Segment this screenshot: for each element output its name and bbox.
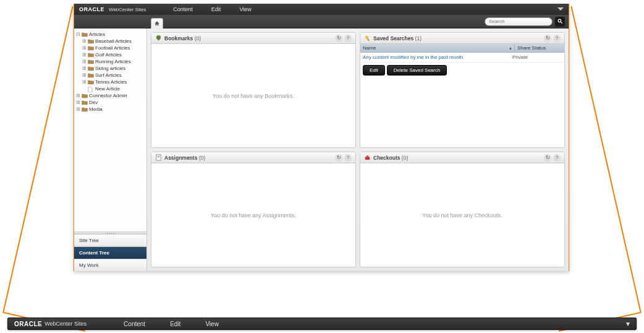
assignments-title: Assignments xyxy=(164,155,197,161)
expand-icon[interactable]: ⊞ xyxy=(82,53,87,58)
tree-item-surf-articles[interactable]: ⊞Surf Articles xyxy=(75,72,145,79)
tree-item-tennis-articles[interactable]: ⊞Tennis Articles xyxy=(75,79,145,85)
menu-edit[interactable]: Edit xyxy=(170,321,180,327)
menu-edit[interactable]: Edit xyxy=(211,6,221,12)
topbar-right-icon[interactable] xyxy=(557,6,564,13)
tree-item-media[interactable]: ⊞Media xyxy=(75,106,145,113)
tree-item-running-articles[interactable]: ⊞Running Articles xyxy=(75,58,145,65)
expand-icon[interactable]: ⊞ xyxy=(75,107,80,112)
content-tree: ⊟Articles⊞Baseball Articles⊞Football Art… xyxy=(74,28,146,231)
refresh-icon[interactable]: ↻ xyxy=(335,35,342,42)
brand-subtitle: WebCenter Sites xyxy=(109,7,146,12)
folder-icon xyxy=(82,107,88,112)
tab-site-tree[interactable]: Site Tree xyxy=(74,234,146,246)
saved-search-link[interactable]: Any content modified by me in the past m… xyxy=(363,54,512,60)
svg-rect-9 xyxy=(365,157,370,160)
help-icon[interactable]: ? xyxy=(553,35,561,42)
checkout-icon xyxy=(364,154,371,161)
bottom-menu-bar: ORACLE WebCenter Sites Content Edit View… xyxy=(7,318,637,330)
menu-view[interactable]: View xyxy=(205,321,219,327)
search-box[interactable]: ▾ xyxy=(485,17,553,26)
expand-icon[interactable]: ⊞ xyxy=(82,59,87,64)
bookmarks-count: (0) xyxy=(195,35,201,41)
delete-saved-search-button[interactable]: Delete Saved Search xyxy=(387,65,447,76)
expand-icon[interactable]: ⊞ xyxy=(82,73,87,78)
tree-item-label: Golf Articles xyxy=(95,52,122,58)
table-row[interactable]: Any content modified by me in the past m… xyxy=(360,53,564,63)
tree-item-new-article[interactable]: •New Article xyxy=(75,85,145,92)
refresh-icon[interactable]: ↻ xyxy=(544,35,551,42)
saved-searches-title: Saved Searches xyxy=(373,35,413,41)
sidebar-resize-grip[interactable] xyxy=(74,231,146,234)
svg-rect-8 xyxy=(158,157,160,158)
folder-icon xyxy=(88,66,94,71)
folder-icon xyxy=(82,93,88,98)
tree-item-football-articles[interactable]: ⊞Football Articles xyxy=(75,45,145,51)
bottombar-dropdown-icon[interactable]: ▾ xyxy=(626,319,630,328)
home-tab[interactable] xyxy=(151,18,163,29)
search-button[interactable] xyxy=(555,17,565,27)
search-input[interactable] xyxy=(489,19,554,24)
document-icon xyxy=(88,87,94,92)
tree-item-baseball-articles[interactable]: ⊞Baseball Articles xyxy=(75,38,145,45)
saved-searches-panel: Saved Searches (1) ↻ ? Name▴ Share Statu… xyxy=(360,32,565,148)
tree-item-label: Football Articles xyxy=(95,45,130,51)
menu-view[interactable]: View xyxy=(239,6,251,12)
tree-item-skiing-articles[interactable]: ⊞Skiing articles xyxy=(75,65,145,72)
tree-item-connector-admin[interactable]: ⊞Connector Admin xyxy=(75,92,145,99)
expand-icon[interactable]: ⊞ xyxy=(82,66,87,71)
tree-item-articles[interactable]: ⊟Articles xyxy=(75,31,145,38)
menu-content[interactable]: Content xyxy=(173,6,193,12)
refresh-icon[interactable]: ↻ xyxy=(544,154,551,162)
checkouts-title: Checkouts xyxy=(373,155,400,161)
bookmarks-empty-message: You do not have any Bookmarks. xyxy=(213,93,294,99)
checkouts-panel: Checkouts (0) ↻ ? You do not have any Ch… xyxy=(360,152,565,267)
assignments-empty-message: You do not have any Assignments. xyxy=(211,212,296,218)
folder-icon xyxy=(82,32,88,37)
folder-icon xyxy=(88,73,94,78)
tree-item-label: Skiing articles xyxy=(95,66,125,71)
svg-rect-3 xyxy=(158,37,159,40)
col-share-status[interactable]: Share Status xyxy=(515,44,564,52)
checkouts-header: Checkouts (0) ↻ ? xyxy=(360,152,564,163)
expand-icon[interactable]: ⊞ xyxy=(82,80,87,85)
expand-icon[interactable]: • xyxy=(82,87,87,92)
expand-icon[interactable]: ⊟ xyxy=(75,32,80,37)
svg-line-1 xyxy=(561,22,562,24)
tree-item-dev[interactable]: ⊞Dev xyxy=(75,99,145,106)
expand-icon[interactable]: ⊞ xyxy=(75,100,80,105)
bookmark-icon xyxy=(155,35,162,41)
edit-button[interactable]: Edit xyxy=(363,65,385,76)
brand-logo: ORACLE xyxy=(79,6,104,12)
content-area: ⊟Articles⊞Baseball Articles⊞Football Art… xyxy=(74,28,569,271)
expand-icon[interactable]: ⊞ xyxy=(82,39,87,44)
help-icon[interactable]: ? xyxy=(553,154,561,162)
bookmarks-title: Bookmarks xyxy=(164,35,193,41)
refresh-icon[interactable]: ↻ xyxy=(335,154,342,162)
tree-item-label: New Article xyxy=(95,86,120,92)
tree-item-golf-articles[interactable]: ⊞Golf Articles xyxy=(75,51,145,58)
sidebar: ⊟Articles⊞Baseball Articles⊞Football Art… xyxy=(74,28,147,271)
col-name[interactable]: Name xyxy=(363,45,376,51)
tree-item-label: Articles xyxy=(89,32,105,37)
app-window: ORACLE WebCenter Sites Content Edit View… xyxy=(74,4,569,271)
folder-icon xyxy=(88,46,94,51)
tree-item-label: Surf Articles xyxy=(95,72,122,78)
menu-content[interactable]: Content xyxy=(124,321,145,327)
main-menu: Content Edit View xyxy=(173,6,251,12)
bookmarks-panel: Bookmarks (0) ↻ ? You do not have any Bo… xyxy=(151,32,356,148)
folder-icon xyxy=(88,39,94,44)
sort-icon[interactable]: ▴ xyxy=(509,45,512,51)
expand-icon[interactable]: ⊞ xyxy=(75,93,80,98)
tab-content-tree[interactable]: Content Tree xyxy=(74,246,146,259)
tab-my-work[interactable]: My Work xyxy=(74,259,146,271)
saved-search-icon xyxy=(364,35,371,41)
saved-searches-count: (1) xyxy=(415,35,422,41)
help-icon[interactable]: ? xyxy=(344,154,352,162)
help-icon[interactable]: ? xyxy=(344,35,352,42)
saved-searches-header: Saved Searches (1) ↻ ? xyxy=(360,33,564,44)
expand-icon[interactable]: ⊞ xyxy=(82,46,87,51)
top-menu-bar: ORACLE WebCenter Sites Content Edit View xyxy=(74,4,569,15)
tree-item-label: Tennis Articles xyxy=(95,79,127,85)
saved-searches-table-header: Name▴ Share Status xyxy=(360,44,564,53)
